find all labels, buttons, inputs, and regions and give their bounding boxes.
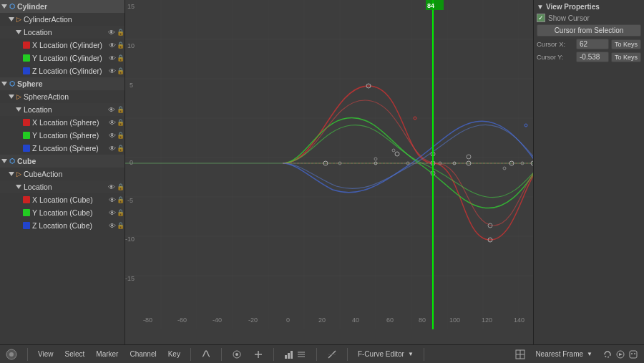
channel-item-y-sphere[interactable]: Y Location (Sphere) 👁 🔒 — [0, 129, 125, 142]
toolbar-normalize-btn[interactable] — [324, 345, 340, 363]
graph-icon[interactable] — [284, 349, 294, 359]
lock-icon[interactable]: 🔒 — [117, 42, 125, 49]
eye-icon[interactable]: 👁 — [109, 209, 116, 217]
toolbar-mode-icon[interactable] — [3, 345, 20, 363]
channel-item-sphere-location[interactable]: Location 👁 🔒 — [0, 103, 125, 116]
normalize-icon — [327, 349, 337, 359]
expand-icon — [9, 172, 14, 176]
cursor-x-input[interactable] — [576, 39, 609, 49]
channel-item-cubeaction[interactable]: ▷ CubeAction — [0, 168, 125, 180]
svg-text:-15: -15 — [125, 275, 135, 282]
channel-item-cube[interactable]: ⬡ Cube — [0, 155, 125, 168]
editor-type-label[interactable]: F-Curve Editor ▼ — [355, 345, 416, 363]
svg-point-67 — [525, 124, 527, 127]
channel-item-cylinder-location[interactable]: Location 👁 🔒 — [0, 26, 125, 39]
cursor-y-row: Cursor Y: To Keys — [537, 52, 641, 62]
eye-icon[interactable]: 👁 — [108, 29, 115, 37]
channel-color-y — [23, 209, 30, 216]
cursor-y-to-keys-button[interactable]: To Keys — [611, 52, 641, 62]
channel-item-x-sphere[interactable]: X Location (Sphere) 👁 🔒 — [0, 116, 125, 129]
lock-icon[interactable]: 🔒 — [117, 67, 125, 74]
object-type-icon: ⬡ — [9, 3, 15, 10]
svg-rect-77 — [291, 351, 293, 359]
channel-item-x-cylinder[interactable]: X Location (Cylinder) 👁 🔒 — [0, 39, 125, 52]
cursor-from-selection-button[interactable]: Cursor from Selection — [537, 24, 641, 37]
render-icon[interactable] — [615, 349, 625, 359]
expand-icon — [16, 185, 21, 189]
dropdown-arrow: ▼ — [408, 351, 414, 357]
toolbar-select-menu[interactable]: Select — [62, 345, 88, 363]
svg-text:84: 84 — [427, 2, 434, 9]
channel-item-cylinderaction[interactable]: ▷ CylinderAction — [0, 13, 125, 26]
channel-color-z — [23, 222, 30, 229]
toolbar-proportional-btn[interactable] — [229, 345, 245, 363]
graph-editor-area[interactable]: 15 10 5 0 -5 -10 -15 -80 -60 -40 -20 0 2… — [125, 0, 533, 344]
toolbar-marker-menu[interactable]: Marker — [93, 345, 121, 363]
channel-item-z-sphere[interactable]: Z Location (Sphere) 👁 🔒 — [0, 142, 125, 155]
svg-marker-87 — [619, 353, 623, 356]
channel-item-x-cube[interactable]: X Location (Cube) 👁 🔒 — [0, 193, 125, 206]
channel-item-sphere[interactable]: ⬡ Sphere — [0, 77, 125, 90]
cursor-y-input[interactable] — [576, 52, 609, 62]
bottom-toolbar: View Select Marker Channel Key — [0, 344, 644, 363]
snap-icon — [253, 349, 263, 359]
channel-item-cube-location[interactable]: Location 👁 🔒 — [0, 180, 125, 193]
show-cursor-checkbox[interactable] — [537, 14, 545, 22]
channel-item-cylinder[interactable]: ⬡ Cylinder — [0, 0, 125, 13]
eye-icon[interactable]: 👁 — [109, 54, 116, 62]
channel-item-y-cube[interactable]: Y Location (Cube) 👁 🔒 — [0, 206, 125, 219]
eye-icon[interactable]: 👁 — [109, 42, 116, 49]
lock-icon[interactable]: 🔒 — [117, 119, 125, 126]
channel-item-z-cube[interactable]: Z Location (Cube) 👁 🔒 — [0, 219, 125, 232]
separator — [190, 348, 191, 361]
channel-item-sphereaction[interactable]: ▷ SphereAction — [0, 90, 125, 103]
lock-icon[interactable]: 🔒 — [117, 29, 125, 36]
timeline-icon[interactable] — [296, 349, 306, 359]
expand-icon — [16, 30, 21, 34]
svg-text:140: 140 — [514, 316, 525, 324]
channel-color-x — [23, 119, 30, 126]
sync-icon[interactable] — [602, 349, 613, 359]
svg-point-72 — [9, 352, 14, 357]
eye-icon[interactable]: 👁 — [109, 145, 116, 153]
lock-icon[interactable]: 🔒 — [117, 145, 125, 152]
eye-icon[interactable]: 👁 — [108, 183, 115, 191]
ghost-icon[interactable] — [628, 349, 638, 359]
svg-text:-20: -20 — [248, 316, 258, 324]
lock-icon[interactable]: 🔒 — [117, 196, 125, 203]
svg-text:0: 0 — [130, 159, 133, 166]
channel-item-z-cylinder[interactable]: Z Location (Cylinder) 👁 🔒 — [0, 64, 125, 77]
cursor-y-label: Cursor Y: — [537, 54, 574, 61]
eye-icon[interactable]: 👁 — [109, 119, 116, 127]
lock-icon[interactable]: 🔒 — [117, 209, 125, 216]
svg-rect-75 — [285, 355, 287, 359]
svg-point-58 — [392, 149, 395, 152]
lock-icon[interactable]: 🔒 — [117, 106, 125, 113]
toolbar-key-menu[interactable]: Key — [165, 345, 183, 363]
cursor-x-to-keys-button[interactable]: To Keys — [611, 39, 641, 49]
eye-icon[interactable]: 👁 — [109, 132, 116, 140]
svg-text:-80: -80 — [143, 316, 152, 324]
channel-color-x — [23, 196, 30, 203]
toolbar-view-menu[interactable]: View — [35, 345, 57, 363]
lock-icon[interactable]: 🔒 — [117, 132, 125, 139]
interpolation-mode-select[interactable]: Nearest Frame ▼ — [532, 350, 595, 358]
lock-icon[interactable]: 🔒 — [117, 54, 125, 62]
eye-icon[interactable]: 👁 — [109, 67, 116, 75]
eye-icon[interactable]: 👁 — [109, 196, 116, 204]
expand-icon — [1, 82, 7, 86]
svg-text:15: 15 — [127, 3, 135, 10]
toolbar-snap-btn[interactable] — [250, 345, 266, 363]
separator — [221, 348, 222, 361]
svg-text:20: 20 — [318, 316, 326, 324]
channel-item-y-cylinder[interactable]: Y Location (Cylinder) 👁 🔒 — [0, 52, 125, 64]
blender-icon — [6, 349, 17, 360]
toolbar-view-type-btn[interactable] — [512, 349, 528, 359]
eye-icon[interactable]: 👁 — [109, 222, 116, 230]
panel-collapse-icon[interactable]: ▼ — [537, 3, 544, 11]
editor-type-button[interactable] — [198, 345, 214, 363]
toolbar-channel-menu[interactable]: Channel — [127, 345, 159, 363]
eye-icon[interactable]: 👁 — [108, 106, 115, 114]
lock-icon[interactable]: 🔒 — [117, 222, 125, 229]
lock-icon[interactable]: 🔒 — [117, 183, 125, 190]
